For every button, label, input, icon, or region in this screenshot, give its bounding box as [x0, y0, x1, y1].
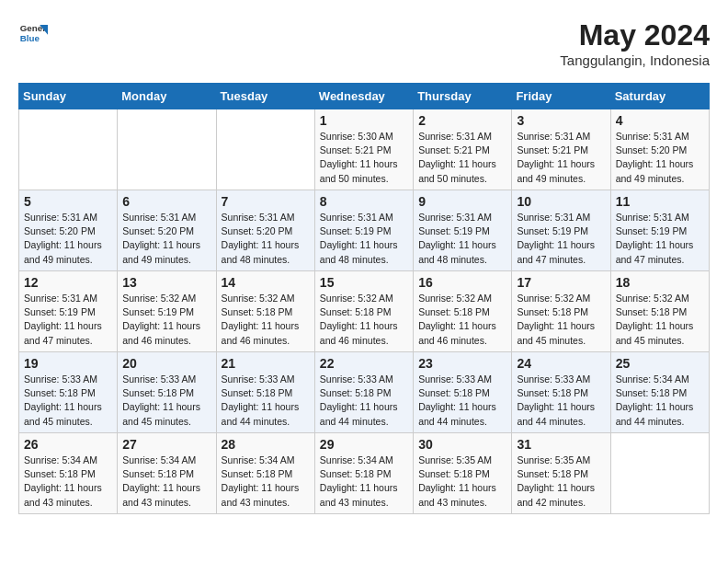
calendar-week-2: 5Sunrise: 5:31 AMSunset: 5:20 PMDaylight…	[19, 190, 710, 271]
day-info: Sunrise: 5:34 AMSunset: 5:18 PMDaylight:…	[222, 454, 310, 510]
day-info: Sunrise: 5:33 AMSunset: 5:18 PMDaylight:…	[517, 373, 605, 429]
calendar-cell: 21Sunrise: 5:33 AMSunset: 5:18 PMDayligh…	[216, 352, 314, 433]
calendar-cell: 16Sunrise: 5:32 AMSunset: 5:18 PMDayligh…	[414, 271, 512, 352]
calendar-cell: 7Sunrise: 5:31 AMSunset: 5:20 PMDaylight…	[216, 190, 314, 271]
calendar-cell: 20Sunrise: 5:33 AMSunset: 5:18 PMDayligh…	[118, 352, 216, 433]
day-info: Sunrise: 5:35 AMSunset: 5:18 PMDaylight:…	[418, 454, 506, 510]
calendar-week-4: 19Sunrise: 5:33 AMSunset: 5:18 PMDayligh…	[19, 352, 710, 433]
calendar-week-5: 26Sunrise: 5:34 AMSunset: 5:18 PMDayligh…	[19, 433, 710, 514]
day-info: Sunrise: 5:32 AMSunset: 5:18 PMDaylight:…	[517, 292, 605, 348]
calendar-cell: 12Sunrise: 5:31 AMSunset: 5:19 PMDayligh…	[19, 271, 118, 352]
weekday-header-monday: Monday	[118, 84, 216, 109]
day-info: Sunrise: 5:34 AMSunset: 5:18 PMDaylight:…	[616, 373, 704, 429]
day-number: 12	[24, 275, 112, 290]
day-info: Sunrise: 5:35 AMSunset: 5:18 PMDaylight:…	[517, 454, 605, 510]
calendar-cell: 6Sunrise: 5:31 AMSunset: 5:20 PMDaylight…	[118, 190, 216, 271]
calendar-cell: 24Sunrise: 5:33 AMSunset: 5:18 PMDayligh…	[512, 352, 610, 433]
calendar-cell	[216, 109, 314, 190]
day-info: Sunrise: 5:32 AMSunset: 5:18 PMDaylight:…	[418, 292, 506, 348]
day-number: 7	[222, 194, 310, 209]
day-number: 31	[517, 437, 605, 452]
calendar-cell: 13Sunrise: 5:32 AMSunset: 5:19 PMDayligh…	[118, 271, 216, 352]
weekday-header-row: SundayMondayTuesdayWednesdayThursdayFrid…	[19, 84, 710, 109]
day-info: Sunrise: 5:34 AMSunset: 5:18 PMDaylight:…	[122, 454, 210, 510]
day-info: Sunrise: 5:31 AMSunset: 5:19 PMDaylight:…	[517, 211, 605, 267]
calendar-body: 1Sunrise: 5:30 AMSunset: 5:21 PMDaylight…	[19, 109, 710, 514]
day-number: 29	[320, 437, 408, 452]
day-number: 18	[616, 275, 704, 290]
calendar-cell: 3Sunrise: 5:31 AMSunset: 5:21 PMDaylight…	[512, 109, 610, 190]
calendar-cell: 18Sunrise: 5:32 AMSunset: 5:18 PMDayligh…	[610, 271, 709, 352]
day-info: Sunrise: 5:33 AMSunset: 5:18 PMDaylight:…	[418, 373, 506, 429]
calendar-header: SundayMondayTuesdayWednesdayThursdayFrid…	[19, 84, 710, 109]
day-info: Sunrise: 5:31 AMSunset: 5:20 PMDaylight:…	[24, 211, 112, 267]
day-info: Sunrise: 5:32 AMSunset: 5:18 PMDaylight:…	[222, 292, 310, 348]
day-number: 30	[418, 437, 506, 452]
day-number: 11	[616, 194, 704, 209]
logo: General Blue	[18, 18, 48, 48]
day-number: 2	[418, 113, 506, 128]
svg-text:Blue: Blue	[20, 33, 40, 43]
day-info: Sunrise: 5:33 AMSunset: 5:18 PMDaylight:…	[24, 373, 112, 429]
calendar-cell: 28Sunrise: 5:34 AMSunset: 5:18 PMDayligh…	[216, 433, 314, 514]
day-number: 20	[122, 356, 210, 371]
calendar-cell: 26Sunrise: 5:34 AMSunset: 5:18 PMDayligh…	[19, 433, 118, 514]
day-number: 24	[517, 356, 605, 371]
day-number: 14	[222, 275, 310, 290]
day-number: 28	[222, 437, 310, 452]
day-info: Sunrise: 5:32 AMSunset: 5:18 PMDaylight:…	[320, 292, 408, 348]
day-info: Sunrise: 5:34 AMSunset: 5:18 PMDaylight:…	[320, 454, 408, 510]
calendar-cell: 23Sunrise: 5:33 AMSunset: 5:18 PMDayligh…	[414, 352, 512, 433]
day-info: Sunrise: 5:33 AMSunset: 5:18 PMDaylight:…	[222, 373, 310, 429]
calendar-cell: 25Sunrise: 5:34 AMSunset: 5:18 PMDayligh…	[610, 352, 709, 433]
calendar-cell	[118, 109, 216, 190]
day-number: 19	[24, 356, 112, 371]
calendar-cell: 10Sunrise: 5:31 AMSunset: 5:19 PMDayligh…	[512, 190, 610, 271]
day-info: Sunrise: 5:31 AMSunset: 5:19 PMDaylight:…	[24, 292, 112, 348]
calendar-cell: 29Sunrise: 5:34 AMSunset: 5:18 PMDayligh…	[314, 433, 413, 514]
calendar-cell: 1Sunrise: 5:30 AMSunset: 5:21 PMDaylight…	[314, 109, 413, 190]
calendar-table: SundayMondayTuesdayWednesdayThursdayFrid…	[18, 83, 710, 514]
day-number: 23	[418, 356, 506, 371]
calendar-cell: 22Sunrise: 5:33 AMSunset: 5:18 PMDayligh…	[314, 352, 413, 433]
day-number: 8	[320, 194, 408, 209]
day-number: 17	[517, 275, 605, 290]
day-number: 13	[122, 275, 210, 290]
weekday-header-tuesday: Tuesday	[216, 84, 314, 109]
day-info: Sunrise: 5:32 AMSunset: 5:18 PMDaylight:…	[616, 292, 704, 348]
day-info: Sunrise: 5:31 AMSunset: 5:20 PMDaylight:…	[616, 130, 704, 186]
day-info: Sunrise: 5:31 AMSunset: 5:21 PMDaylight:…	[418, 130, 506, 186]
day-info: Sunrise: 5:31 AMSunset: 5:21 PMDaylight:…	[517, 130, 605, 186]
day-number: 4	[616, 113, 704, 128]
weekday-header-friday: Friday	[512, 84, 610, 109]
day-number: 27	[122, 437, 210, 452]
day-number: 16	[418, 275, 506, 290]
calendar-week-1: 1Sunrise: 5:30 AMSunset: 5:21 PMDaylight…	[19, 109, 710, 190]
title-block: May 2024 Tanggulangin, Indonesia	[560, 18, 710, 68]
calendar-cell: 9Sunrise: 5:31 AMSunset: 5:19 PMDaylight…	[414, 190, 512, 271]
calendar-cell	[610, 433, 709, 514]
weekday-header-thursday: Thursday	[414, 84, 512, 109]
day-info: Sunrise: 5:30 AMSunset: 5:21 PMDaylight:…	[320, 130, 408, 186]
day-info: Sunrise: 5:33 AMSunset: 5:18 PMDaylight:…	[320, 373, 408, 429]
calendar-cell: 27Sunrise: 5:34 AMSunset: 5:18 PMDayligh…	[118, 433, 216, 514]
day-number: 22	[320, 356, 408, 371]
weekday-header-sunday: Sunday	[19, 84, 118, 109]
calendar-cell: 19Sunrise: 5:33 AMSunset: 5:18 PMDayligh…	[19, 352, 118, 433]
day-number: 25	[616, 356, 704, 371]
calendar-title: May 2024	[560, 18, 710, 52]
day-number: 21	[222, 356, 310, 371]
day-number: 10	[517, 194, 605, 209]
day-number: 9	[418, 194, 506, 209]
day-number: 3	[517, 113, 605, 128]
calendar-cell: 8Sunrise: 5:31 AMSunset: 5:19 PMDaylight…	[314, 190, 413, 271]
calendar-cell: 2Sunrise: 5:31 AMSunset: 5:21 PMDaylight…	[414, 109, 512, 190]
calendar-cell: 30Sunrise: 5:35 AMSunset: 5:18 PMDayligh…	[414, 433, 512, 514]
day-number: 26	[24, 437, 112, 452]
logo-icon: General Blue	[18, 18, 48, 48]
day-info: Sunrise: 5:34 AMSunset: 5:18 PMDaylight:…	[24, 454, 112, 510]
calendar-subtitle: Tanggulangin, Indonesia	[560, 52, 710, 68]
day-number: 5	[24, 194, 112, 209]
calendar-week-3: 12Sunrise: 5:31 AMSunset: 5:19 PMDayligh…	[19, 271, 710, 352]
day-info: Sunrise: 5:31 AMSunset: 5:19 PMDaylight:…	[418, 211, 506, 267]
